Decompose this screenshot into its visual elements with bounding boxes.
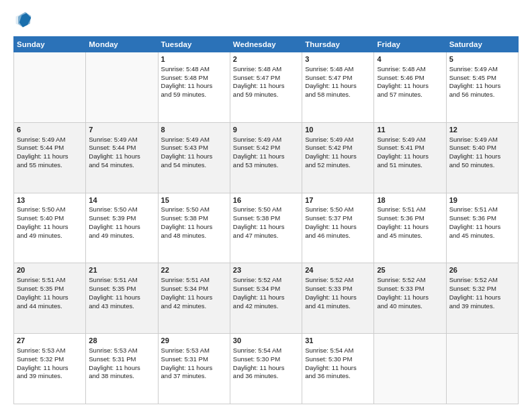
calendar-cell: 18Sunrise: 5:51 AMSunset: 5:36 PMDayligh… bbox=[374, 193, 446, 263]
calendar-cell: 12Sunrise: 5:49 AMSunset: 5:40 PMDayligh… bbox=[446, 122, 518, 193]
day-number: 20 bbox=[17, 265, 83, 275]
day-number: 16 bbox=[233, 195, 299, 205]
calendar-cell: 1Sunrise: 5:48 AMSunset: 5:48 PMDaylight… bbox=[158, 52, 230, 123]
calendar-cell: 30Sunrise: 5:54 AMSunset: 5:30 PMDayligh… bbox=[230, 334, 302, 404]
day-number: 7 bbox=[89, 125, 154, 135]
calendar-week-row: 13Sunrise: 5:50 AMSunset: 5:40 PMDayligh… bbox=[14, 193, 519, 263]
calendar-cell: 28Sunrise: 5:53 AMSunset: 5:31 PMDayligh… bbox=[86, 334, 158, 404]
weekday-header: Friday bbox=[374, 37, 446, 52]
day-number: 3 bbox=[305, 54, 371, 64]
calendar-cell bbox=[14, 52, 86, 123]
calendar-cell: 24Sunrise: 5:52 AMSunset: 5:33 PMDayligh… bbox=[302, 263, 374, 334]
calendar-cell: 27Sunrise: 5:53 AMSunset: 5:32 PMDayligh… bbox=[14, 334, 86, 404]
day-number: 22 bbox=[161, 265, 227, 275]
day-number: 21 bbox=[89, 265, 154, 275]
page: SundayMondayTuesdayWednesdayThursdayFrid… bbox=[0, 0, 532, 411]
weekday-header: Thursday bbox=[302, 37, 374, 52]
calendar-cell bbox=[86, 52, 158, 123]
weekday-header: Saturday bbox=[446, 37, 518, 52]
day-number: 9 bbox=[233, 125, 299, 135]
day-number: 8 bbox=[161, 125, 227, 135]
calendar-cell: 3Sunrise: 5:48 AMSunset: 5:47 PMDaylight… bbox=[302, 52, 374, 123]
calendar-cell: 11Sunrise: 5:49 AMSunset: 5:41 PMDayligh… bbox=[374, 122, 446, 193]
calendar-cell: 4Sunrise: 5:48 AMSunset: 5:46 PMDaylight… bbox=[374, 52, 446, 123]
day-number: 2 bbox=[233, 54, 299, 64]
day-number: 19 bbox=[449, 195, 515, 205]
day-number: 12 bbox=[449, 125, 515, 135]
calendar-week-row: 27Sunrise: 5:53 AMSunset: 5:32 PMDayligh… bbox=[14, 334, 519, 404]
day-number: 10 bbox=[305, 125, 371, 135]
calendar-cell: 13Sunrise: 5:50 AMSunset: 5:40 PMDayligh… bbox=[14, 193, 86, 263]
calendar-cell bbox=[374, 334, 446, 404]
calendar-header-row: SundayMondayTuesdayWednesdayThursdayFrid… bbox=[14, 37, 519, 52]
header bbox=[13, 11, 519, 30]
day-number: 25 bbox=[377, 265, 443, 275]
weekday-header: Monday bbox=[86, 37, 158, 52]
calendar-cell: 20Sunrise: 5:51 AMSunset: 5:35 PMDayligh… bbox=[14, 263, 86, 334]
calendar-cell: 29Sunrise: 5:53 AMSunset: 5:31 PMDayligh… bbox=[158, 334, 230, 404]
calendar-table: SundayMondayTuesdayWednesdayThursdayFrid… bbox=[13, 36, 519, 404]
calendar-cell: 6Sunrise: 5:49 AMSunset: 5:44 PMDaylight… bbox=[14, 122, 86, 193]
calendar-cell: 23Sunrise: 5:52 AMSunset: 5:34 PMDayligh… bbox=[230, 263, 302, 334]
day-number: 14 bbox=[89, 195, 154, 205]
calendar-cell: 16Sunrise: 5:50 AMSunset: 5:38 PMDayligh… bbox=[230, 193, 302, 263]
weekday-header: Wednesday bbox=[230, 37, 302, 52]
day-number: 11 bbox=[377, 125, 443, 135]
day-number: 28 bbox=[89, 336, 154, 346]
day-number: 15 bbox=[161, 195, 227, 205]
calendar-week-row: 20Sunrise: 5:51 AMSunset: 5:35 PMDayligh… bbox=[14, 263, 519, 334]
calendar-cell: 17Sunrise: 5:50 AMSunset: 5:37 PMDayligh… bbox=[302, 193, 374, 263]
calendar-cell: 19Sunrise: 5:51 AMSunset: 5:36 PMDayligh… bbox=[446, 193, 518, 263]
weekday-header: Tuesday bbox=[158, 37, 230, 52]
logo-icon bbox=[13, 11, 32, 30]
calendar-cell: 21Sunrise: 5:51 AMSunset: 5:35 PMDayligh… bbox=[86, 263, 158, 334]
day-number: 17 bbox=[305, 195, 371, 205]
day-number: 31 bbox=[305, 336, 371, 346]
day-number: 6 bbox=[17, 125, 83, 135]
calendar-cell: 15Sunrise: 5:50 AMSunset: 5:38 PMDayligh… bbox=[158, 193, 230, 263]
calendar-cell: 22Sunrise: 5:51 AMSunset: 5:34 PMDayligh… bbox=[158, 263, 230, 334]
day-number: 1 bbox=[161, 54, 227, 64]
day-number: 29 bbox=[161, 336, 227, 346]
day-number: 27 bbox=[17, 336, 83, 346]
calendar-cell: 7Sunrise: 5:49 AMSunset: 5:44 PMDaylight… bbox=[86, 122, 158, 193]
day-number: 26 bbox=[449, 265, 515, 275]
calendar-cell: 25Sunrise: 5:52 AMSunset: 5:33 PMDayligh… bbox=[374, 263, 446, 334]
calendar-cell: 5Sunrise: 5:49 AMSunset: 5:45 PMDaylight… bbox=[446, 52, 518, 123]
calendar-week-row: 6Sunrise: 5:49 AMSunset: 5:44 PMDaylight… bbox=[14, 122, 519, 193]
calendar-cell: 26Sunrise: 5:52 AMSunset: 5:32 PMDayligh… bbox=[446, 263, 518, 334]
day-number: 24 bbox=[305, 265, 371, 275]
calendar-cell: 14Sunrise: 5:50 AMSunset: 5:39 PMDayligh… bbox=[86, 193, 158, 263]
day-number: 13 bbox=[17, 195, 83, 205]
day-number: 18 bbox=[377, 195, 443, 205]
day-number: 23 bbox=[233, 265, 299, 275]
calendar-cell: 2Sunrise: 5:48 AMSunset: 5:47 PMDaylight… bbox=[230, 52, 302, 123]
calendar-cell: 31Sunrise: 5:54 AMSunset: 5:30 PMDayligh… bbox=[302, 334, 374, 404]
calendar-week-row: 1Sunrise: 5:48 AMSunset: 5:48 PMDaylight… bbox=[14, 52, 519, 123]
day-number: 5 bbox=[449, 54, 515, 64]
calendar-cell: 9Sunrise: 5:49 AMSunset: 5:42 PMDaylight… bbox=[230, 122, 302, 193]
weekday-header: Sunday bbox=[14, 37, 86, 52]
calendar-cell bbox=[446, 334, 518, 404]
day-number: 4 bbox=[377, 54, 443, 64]
calendar-cell: 8Sunrise: 5:49 AMSunset: 5:43 PMDaylight… bbox=[158, 122, 230, 193]
logo bbox=[13, 11, 35, 30]
calendar-cell: 10Sunrise: 5:49 AMSunset: 5:42 PMDayligh… bbox=[302, 122, 374, 193]
day-number: 30 bbox=[233, 336, 299, 346]
